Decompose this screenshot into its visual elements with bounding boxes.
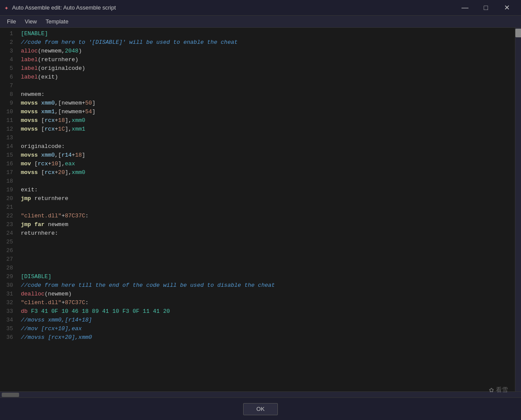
title-bar: ✦ Auto Assemble edit: Auto Assemble scri… [0, 0, 521, 16]
code-line[interactable] [21, 255, 515, 264]
code-line[interactable]: movss xmm0,[newmem+50] [21, 99, 515, 108]
line-number: 28 [0, 264, 17, 272]
vertical-scrollbar[interactable] [515, 28, 521, 391]
code-line[interactable]: newmem: [21, 90, 515, 99]
code-line[interactable]: [DISABLE] [21, 272, 515, 281]
code-line[interactable]: originalcode: [21, 142, 515, 151]
line-number: 1 [0, 30, 17, 38]
line-number: 15 [0, 151, 17, 160]
code-line[interactable] [21, 246, 515, 255]
code-line[interactable]: //movss [rcx+20],xmm0 [21, 333, 515, 342]
line-number: 34 [0, 316, 17, 325]
code-line[interactable]: label(originalcode) [21, 64, 515, 73]
line-number: 11 [0, 116, 17, 125]
line-number: 30 [0, 281, 17, 290]
line-number: 18 [0, 177, 17, 186]
menu-bar: File View Template [0, 16, 521, 28]
code-line[interactable]: "client.dll"+87C37C: [21, 212, 515, 220]
watermark: ✿ 看雪 [489, 386, 508, 394]
code-line[interactable]: //code from here till the end of the cod… [21, 281, 515, 290]
line-number: 9 [0, 99, 17, 108]
line-number: 10 [0, 108, 17, 116]
code-line[interactable]: //movss xmm0,[r14+18] [21, 316, 515, 325]
code-line[interactable]: movss [rcx+18],xmm0 [21, 116, 515, 125]
code-line[interactable]: movss xmm1,[newmem+54] [21, 108, 515, 116]
line-number: 33 [0, 307, 17, 316]
line-number: 29 [0, 272, 17, 281]
code-line[interactable]: movss [rcx+1C],xmm1 [21, 125, 515, 134]
code-line[interactable]: //code from here to '[DISABLE]' will be … [21, 38, 515, 47]
code-line[interactable]: label(exit) [21, 73, 515, 82]
code-line[interactable]: //mov [rcx+10],eax [21, 325, 515, 333]
close-button[interactable]: ✕ [497, 0, 517, 16]
line-number: 22 [0, 212, 17, 220]
line-number: 35 [0, 325, 17, 333]
line-number: 16 [0, 160, 17, 168]
window-controls: — □ ✕ [455, 0, 517, 16]
line-numbers: 1234567891011121314151617181920212223242… [0, 28, 17, 391]
code-line[interactable]: jmp far newmem [21, 220, 515, 229]
code-line[interactable]: db F3 41 0F 10 46 18 89 41 10 F3 0F 11 4… [21, 307, 515, 316]
line-number: 14 [0, 142, 17, 151]
code-area[interactable]: [ENABLE]//code from here to '[DISABLE]' … [17, 28, 515, 391]
ok-button[interactable]: OK [243, 403, 278, 415]
bottom-bar: OK [0, 397, 521, 420]
line-number: 21 [0, 203, 17, 212]
maximize-button[interactable]: □ [476, 0, 496, 16]
code-line[interactable]: exit: [21, 186, 515, 194]
code-line[interactable]: returnhere: [21, 229, 515, 238]
code-line[interactable]: dealloc(newmem) [21, 290, 515, 299]
line-number: 36 [0, 333, 17, 342]
app-icon: ✦ [4, 3, 9, 12]
code-line[interactable] [21, 134, 515, 142]
code-line[interactable]: mov [rcx+10],eax [21, 160, 515, 168]
code-line[interactable] [21, 238, 515, 246]
line-number: 19 [0, 186, 17, 194]
line-number: 5 [0, 64, 17, 73]
line-number: 3 [0, 47, 17, 56]
horizontal-scrollbar[interactable] [0, 391, 521, 397]
code-line[interactable]: movss xmm0,[r14+18] [21, 151, 515, 160]
scrollbar-thumb [515, 29, 521, 37]
line-number: 6 [0, 73, 17, 82]
code-line[interactable]: movss [rcx+20],xmm0 [21, 168, 515, 177]
line-number: 2 [0, 38, 17, 47]
line-number: 31 [0, 290, 17, 299]
h-scrollbar-thumb [2, 393, 19, 397]
editor-scroll[interactable]: 1234567891011121314151617181920212223242… [0, 28, 515, 391]
line-number: 25 [0, 238, 17, 246]
line-number: 20 [0, 194, 17, 203]
menu-template[interactable]: Template [41, 16, 73, 26]
code-line[interactable]: "client.dll"+87C37C: [21, 299, 515, 307]
line-number: 27 [0, 255, 17, 264]
line-number: 12 [0, 125, 17, 134]
editor-container: 1234567891011121314151617181920212223242… [0, 28, 521, 391]
line-number: 4 [0, 56, 17, 64]
code-line[interactable] [21, 264, 515, 272]
code-line[interactable] [21, 203, 515, 212]
minimize-button[interactable]: — [455, 0, 475, 16]
line-number: 8 [0, 90, 17, 99]
window-title: Auto Assemble edit: Auto Assemble script [12, 4, 455, 11]
line-number: 17 [0, 168, 17, 177]
code-line[interactable]: alloc(newmem,2048) [21, 47, 515, 56]
code-line[interactable]: jmp returnhere [21, 194, 515, 203]
line-number: 26 [0, 246, 17, 255]
line-number: 23 [0, 220, 17, 229]
code-line[interactable]: label(returnhere) [21, 56, 515, 64]
code-line[interactable] [21, 82, 515, 90]
menu-view[interactable]: View [20, 16, 41, 26]
line-number: 13 [0, 134, 17, 142]
line-number: 24 [0, 229, 17, 238]
menu-file[interactable]: File [3, 16, 20, 26]
line-number: 7 [0, 82, 17, 90]
code-line[interactable]: [ENABLE] [21, 30, 515, 38]
line-number: 32 [0, 299, 17, 307]
code-line[interactable] [21, 177, 515, 186]
